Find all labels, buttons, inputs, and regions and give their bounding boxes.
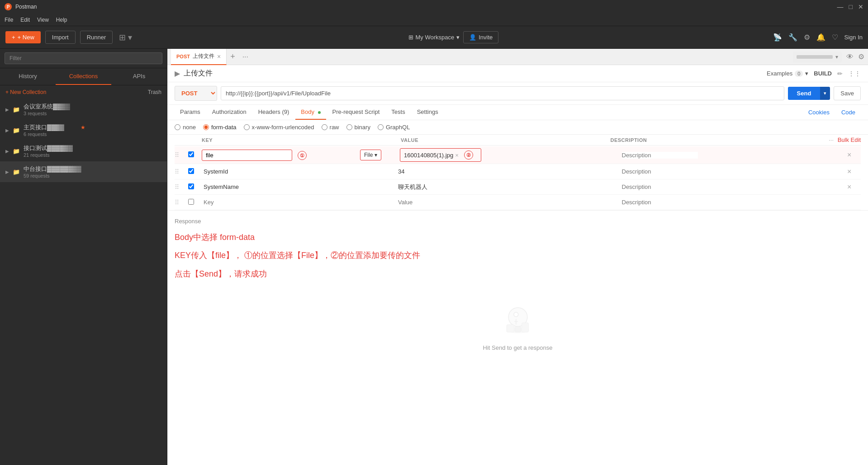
invite-button[interactable]: 👤 Invite xyxy=(463,31,498,43)
cookies-link[interactable]: Cookies xyxy=(803,105,835,119)
radio-graphql-input[interactable] xyxy=(378,124,384,130)
desc-cell-2[interactable] xyxy=(622,168,848,175)
row-checkbox-3[interactable] xyxy=(188,183,202,191)
build-button[interactable]: BUILD xyxy=(814,70,832,77)
desc-input-3[interactable] xyxy=(622,183,698,190)
desc-input-empty[interactable] xyxy=(622,199,698,206)
more-actions-icon[interactable]: ··· xyxy=(829,136,834,143)
tab-add-button[interactable]: + xyxy=(227,52,239,61)
desc-input-2[interactable] xyxy=(622,168,698,175)
satellite-icon[interactable]: 📡 xyxy=(773,33,782,42)
send-dropdown-button[interactable]: ▾ xyxy=(820,87,830,100)
new-button[interactable]: + + New xyxy=(5,31,41,43)
settings-icon[interactable]: ⚙ xyxy=(804,33,810,42)
row-check-2[interactable] xyxy=(188,168,194,174)
radio-graphql[interactable]: GraphQL xyxy=(378,124,410,131)
value-input-2[interactable] xyxy=(396,166,476,177)
runner-button[interactable]: Runner xyxy=(80,31,113,44)
row-check-empty[interactable] xyxy=(188,199,194,205)
remove-row-3[interactable]: × xyxy=(847,183,861,191)
tab-close-icon[interactable]: × xyxy=(217,53,221,60)
edit-icon[interactable]: ✏ xyxy=(837,70,843,77)
subtab-authorization[interactable]: Authorization xyxy=(207,105,252,120)
list-item[interactable]: ▶ 📁 主页接口▓▓▓▓ ★ 6 requests xyxy=(0,120,167,141)
settings-icon[interactable]: ⚙ xyxy=(858,52,864,61)
examples-button[interactable]: Examples 0 ▾ xyxy=(767,70,808,77)
row-checkbox-1[interactable] xyxy=(188,151,202,159)
more-icon[interactable]: ⋮⋮ xyxy=(848,70,861,77)
tab-more-button[interactable]: ··· xyxy=(239,53,252,61)
radio-urlencoded-input[interactable] xyxy=(244,124,250,130)
row-checkbox-empty[interactable] xyxy=(188,199,202,206)
list-item[interactable]: ▶ 📁 中台接口▓▓▓▓▓▓▓▓ 59 requests xyxy=(0,161,167,182)
remove-value-icon[interactable]: × xyxy=(455,152,459,159)
subtab-prerequest[interactable]: Pre-request Script xyxy=(327,105,385,120)
menu-edit[interactable]: Edit xyxy=(20,17,30,23)
method-select[interactable]: POST GET PUT DELETE xyxy=(175,86,217,101)
remove-row-2[interactable]: × xyxy=(847,168,861,176)
code-link[interactable]: Code xyxy=(836,105,861,119)
list-item[interactable]: ▶ 📁 会议室系统▓▓▓▓ 3 requests xyxy=(0,99,167,120)
radio-none[interactable]: none xyxy=(175,124,196,131)
key-input-3[interactable] xyxy=(202,182,281,192)
close-button[interactable]: ✕ xyxy=(858,3,863,10)
collection-sub: 21 requests xyxy=(24,152,161,158)
subtab-headers[interactable]: Headers (9) xyxy=(253,105,295,120)
row-check-3[interactable] xyxy=(188,183,194,189)
layout-icon[interactable]: ⊞ ▾ xyxy=(117,33,134,42)
row-check-1[interactable] xyxy=(188,151,194,157)
new-collection-button[interactable]: + New Collection xyxy=(5,89,46,95)
desc-cell-3[interactable] xyxy=(622,183,848,190)
radio-binary-input[interactable] xyxy=(346,124,352,130)
value-input-3[interactable] xyxy=(396,182,476,192)
menu-help[interactable]: Help xyxy=(56,17,67,23)
radio-urlencoded[interactable]: x-www-form-urlencoded xyxy=(244,124,314,131)
subtab-settings[interactable]: Settings xyxy=(412,105,444,120)
radio-none-input[interactable] xyxy=(175,124,180,130)
desc-cell-1[interactable] xyxy=(622,152,848,159)
eye-icon[interactable]: 👁 xyxy=(846,53,854,61)
tab-apis[interactable]: APIs xyxy=(111,68,167,85)
menu-file[interactable]: File xyxy=(5,17,13,23)
radio-raw[interactable]: raw xyxy=(322,124,339,131)
subtab-tests[interactable]: Tests xyxy=(386,105,410,120)
menu-view[interactable]: View xyxy=(37,17,49,23)
remove-icon[interactable]: × xyxy=(847,151,851,159)
radio-form-data[interactable]: form-data xyxy=(203,124,237,131)
remove-icon[interactable]: × xyxy=(847,168,851,175)
url-input[interactable] xyxy=(221,86,784,100)
type-cell-1[interactable]: File ▾ xyxy=(360,150,396,160)
radio-binary[interactable]: binary xyxy=(346,124,370,131)
maximize-button[interactable]: □ xyxy=(849,3,853,10)
list-item[interactable]: ▶ 📁 接口测试▓▓▓▓▓▓ 21 requests xyxy=(0,141,167,161)
bulk-edit-button[interactable]: Bulk Edit xyxy=(838,136,861,143)
radio-form-data-input[interactable] xyxy=(203,124,209,130)
desc-input-1[interactable] xyxy=(622,152,698,159)
key-input-1[interactable] xyxy=(202,150,292,161)
desc-cell-empty[interactable] xyxy=(622,199,848,206)
type-select-1[interactable]: File ▾ xyxy=(360,150,381,160)
tab-collections[interactable]: Collections xyxy=(56,68,111,85)
trash-button[interactable]: Trash xyxy=(148,89,161,95)
request-tab-active[interactable]: POST 上传文件 × xyxy=(171,49,227,65)
remove-row-1[interactable]: × xyxy=(847,151,861,159)
workspace-selector[interactable]: ⊞ My Workspace ▾ xyxy=(408,34,460,41)
radio-raw-input[interactable] xyxy=(322,124,327,130)
send-button[interactable]: Send xyxy=(788,87,821,100)
key-input-empty[interactable] xyxy=(202,197,281,207)
subtab-params[interactable]: Params xyxy=(175,105,206,120)
notification-icon[interactable]: 🔔 xyxy=(816,33,825,42)
sign-in-button[interactable]: Sign In xyxy=(844,34,863,41)
remove-icon[interactable]: × xyxy=(847,183,851,191)
subtab-body[interactable]: Body xyxy=(295,105,326,120)
import-button[interactable]: Import xyxy=(45,31,76,44)
heart-icon[interactable]: ♡ xyxy=(832,33,838,42)
key-input-2[interactable] xyxy=(202,166,281,177)
value-input-empty[interactable] xyxy=(396,197,476,207)
search-input[interactable] xyxy=(5,52,162,64)
tab-history[interactable]: History xyxy=(0,68,56,85)
minimize-button[interactable]: — xyxy=(837,3,844,10)
wrench-icon[interactable]: 🔧 xyxy=(788,33,797,42)
row-checkbox-2[interactable] xyxy=(188,168,202,175)
save-button[interactable]: Save xyxy=(834,86,861,100)
